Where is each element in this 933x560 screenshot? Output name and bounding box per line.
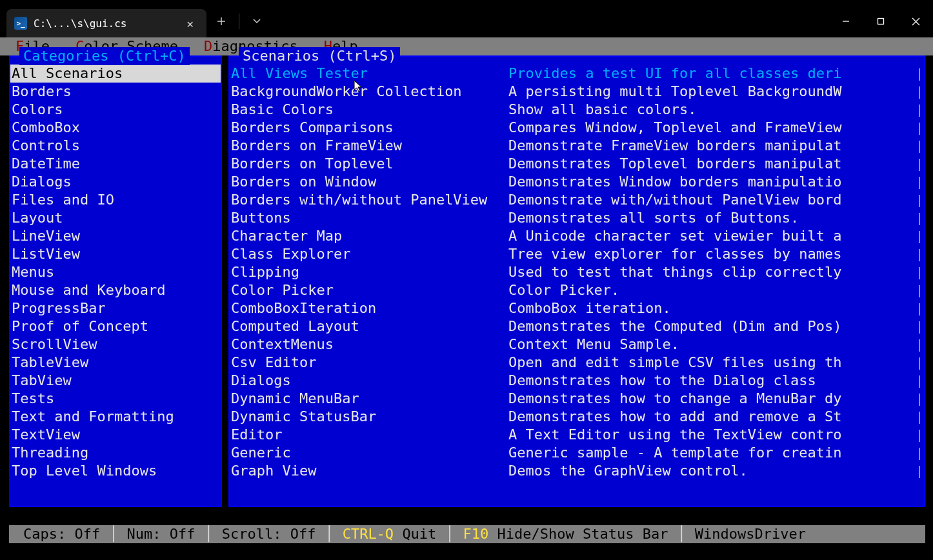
category-item[interactable]: DateTime bbox=[10, 155, 221, 173]
scenario-item[interactable]: Borders on ToplevelDemonstrates Toplevel… bbox=[230, 155, 924, 173]
category-item[interactable]: Top Level Windows bbox=[10, 462, 221, 480]
titlebar: >_ C:\...\s\gui.cs ✕ bbox=[0, 0, 933, 37]
scenario-name: Color Picker bbox=[230, 281, 508, 299]
scenario-item[interactable]: Class ExplorerTree view explorer for cla… bbox=[230, 245, 924, 263]
scenario-name: Basic Colors bbox=[230, 101, 508, 119]
scenario-item[interactable]: Borders with/without PanelViewDemonstrat… bbox=[230, 191, 924, 209]
scenario-item[interactable]: Basic ColorsShow all basic colors. bbox=[230, 101, 924, 119]
scenario-name: Borders Comparisons bbox=[230, 119, 508, 137]
new-tab-button[interactable] bbox=[206, 9, 236, 34]
category-item[interactable]: ProgressBar bbox=[10, 299, 221, 317]
scenario-desc: Demonstrates Toplevel borders manipulat bbox=[508, 155, 924, 173]
category-item[interactable]: Threading bbox=[10, 444, 221, 462]
category-item[interactable]: ScrollView bbox=[10, 335, 221, 354]
toggle-statusbar-shortcut[interactable]: F10 Hide/Show Status Bar bbox=[458, 525, 674, 543]
statusbar: Caps: Off │ Num: Off │ Scroll: Off │ CTR… bbox=[9, 525, 925, 543]
scenario-item[interactable]: Borders on FrameViewDemonstrate FrameVie… bbox=[230, 137, 924, 155]
category-item[interactable]: LineView bbox=[10, 227, 221, 245]
categories-list[interactable]: All ScenariosBordersColorsComboBoxContro… bbox=[10, 57, 221, 480]
close-window-button[interactable] bbox=[898, 9, 933, 34]
category-item[interactable]: Files and IO bbox=[10, 191, 221, 209]
scenario-item[interactable]: ClippingUsed to test that things clip co… bbox=[230, 263, 924, 281]
scenario-item[interactable]: EditorA Text Editor using the TextView c… bbox=[230, 426, 924, 444]
scenario-desc: Context Menu Sample. bbox=[508, 335, 924, 354]
category-item[interactable]: Proof of Concept bbox=[10, 317, 221, 335]
category-item[interactable]: All Scenarios bbox=[10, 65, 221, 83]
scenario-desc: A Text Editor using the TextView contro bbox=[508, 426, 924, 444]
scenario-item[interactable]: Color PickerColor Picker. bbox=[230, 281, 924, 299]
scenario-item[interactable]: DialogsDemonstrates how to the Dialog cl… bbox=[230, 372, 924, 390]
category-item[interactable]: Text and Formatting bbox=[10, 408, 221, 426]
driver-label: WindowsDriver bbox=[690, 525, 811, 543]
scenario-item[interactable]: Character MapA Unicode character set vie… bbox=[230, 227, 924, 245]
scenario-item[interactable]: Computed LayoutDemonstrates the Computed… bbox=[230, 317, 924, 335]
scenario-item[interactable]: ButtonsDemonstrates all sorts of Buttons… bbox=[230, 209, 924, 227]
caps-status: Caps: Off bbox=[18, 525, 105, 543]
category-item[interactable]: Controls bbox=[10, 137, 221, 155]
category-item[interactable]: Layout bbox=[10, 209, 221, 227]
category-item[interactable]: ComboBox bbox=[10, 119, 221, 137]
scenario-name: Clipping bbox=[230, 263, 508, 281]
scenario-desc: Demonstrates the Computed (Dim and Pos) bbox=[508, 317, 924, 335]
scenario-item[interactable]: ContextMenusContext Menu Sample. bbox=[230, 335, 924, 354]
scenario-item[interactable]: ComboBoxIterationComboBox iteration. bbox=[230, 299, 924, 317]
scenario-desc: Show all basic colors. bbox=[508, 101, 924, 119]
category-item[interactable]: Menus bbox=[10, 263, 221, 281]
category-item[interactable]: Tests bbox=[10, 390, 221, 408]
scenario-item[interactable]: Dynamic StatusBarDemonstrates how to add… bbox=[230, 408, 924, 426]
close-tab-button[interactable]: ✕ bbox=[183, 15, 197, 32]
scenario-desc: Demonstrate FrameView borders manipulat bbox=[508, 137, 924, 155]
tab-dropdown-button[interactable] bbox=[242, 9, 272, 34]
scenario-name: Dynamic MenuBar bbox=[230, 390, 508, 408]
category-item[interactable]: Colors bbox=[10, 101, 221, 119]
scenario-desc: Demonstrates Window borders manipulatio bbox=[508, 173, 924, 191]
category-item[interactable]: TabView bbox=[10, 372, 221, 390]
quit-shortcut[interactable]: CTRL-Q Quit bbox=[337, 525, 442, 543]
scenario-item[interactable]: Borders on WindowDemonstrates Window bor… bbox=[230, 173, 924, 191]
powershell-icon: >_ bbox=[14, 17, 27, 30]
category-item[interactable]: Mouse and Keyboard bbox=[10, 281, 221, 299]
scenario-name: Borders on Window bbox=[230, 173, 508, 191]
category-item[interactable]: Borders bbox=[10, 83, 221, 101]
category-item[interactable]: TableView bbox=[10, 354, 221, 372]
scenario-desc: Demonstrates how to change a MenuBar dy bbox=[508, 390, 924, 408]
num-status: Num: Off bbox=[121, 525, 200, 543]
categories-title: Categories (Ctrl+C) bbox=[19, 47, 190, 65]
scenario-desc: Open and edit simple CSV files using th bbox=[508, 354, 924, 372]
scenario-item[interactable]: Graph ViewDemos the GraphView control. bbox=[230, 462, 924, 480]
scrollbar[interactable]: │││││││││││││││││││││││ bbox=[916, 66, 923, 503]
window-tab[interactable]: >_ C:\...\s\gui.cs ✕ bbox=[6, 9, 206, 37]
scenario-name: Buttons bbox=[230, 209, 508, 227]
minimize-button[interactable] bbox=[828, 9, 863, 34]
scenario-desc: Provides a test UI for all classes deri bbox=[508, 65, 924, 83]
category-item[interactable]: Dialogs bbox=[10, 173, 221, 191]
scenario-desc: Tree view explorer for classes by names bbox=[508, 245, 924, 263]
scenario-desc: ComboBox iteration. bbox=[508, 299, 924, 317]
scenarios-frame: Scenarios (Ctrl+S) All Views TesterProvi… bbox=[228, 55, 925, 507]
scenario-item[interactable]: GenericGeneric sample - A template for c… bbox=[230, 444, 924, 462]
scenario-desc: A Unicode character set viewier built a bbox=[508, 227, 924, 245]
categories-frame: Categories (Ctrl+C) All ScenariosBorders… bbox=[9, 55, 222, 507]
scenario-item[interactable]: Csv EditorOpen and edit simple CSV files… bbox=[230, 354, 924, 372]
scenario-name: Dynamic StatusBar bbox=[230, 408, 508, 426]
tab-title: C:\...\s\gui.cs bbox=[34, 17, 176, 30]
category-item[interactable]: ListView bbox=[10, 245, 221, 263]
scroll-status: Scroll: Off bbox=[217, 525, 321, 543]
scenario-desc: Demonstrate with/without PanelView bord bbox=[508, 191, 924, 209]
scenario-name: ContextMenus bbox=[230, 335, 508, 354]
category-item[interactable]: TextView bbox=[10, 426, 221, 444]
scenario-item[interactable]: BackgroundWorker CollectionA persisting … bbox=[230, 83, 924, 101]
scenario-desc: Demonstrates how to add and remove a St bbox=[508, 408, 924, 426]
maximize-button[interactable] bbox=[863, 9, 898, 34]
scenario-item[interactable]: Borders ComparisonsCompares Window, Topl… bbox=[230, 119, 924, 137]
scenario-desc: Compares Window, Toplevel and FrameView bbox=[508, 119, 924, 137]
scenario-item[interactable]: Dynamic MenuBarDemonstrates how to chang… bbox=[230, 390, 924, 408]
scenario-name: Computed Layout bbox=[230, 317, 508, 335]
scenario-name: Csv Editor bbox=[230, 354, 508, 372]
scenarios-list[interactable]: All Views TesterProvides a test UI for a… bbox=[230, 57, 924, 480]
scenario-name: All Views Tester bbox=[230, 65, 508, 83]
scenario-desc: Demonstrates all sorts of Buttons. bbox=[508, 209, 924, 227]
scenario-name: Generic bbox=[230, 444, 508, 462]
scenario-item[interactable]: All Views TesterProvides a test UI for a… bbox=[230, 65, 924, 83]
scenarios-title: Scenarios (Ctrl+S) bbox=[239, 47, 400, 65]
